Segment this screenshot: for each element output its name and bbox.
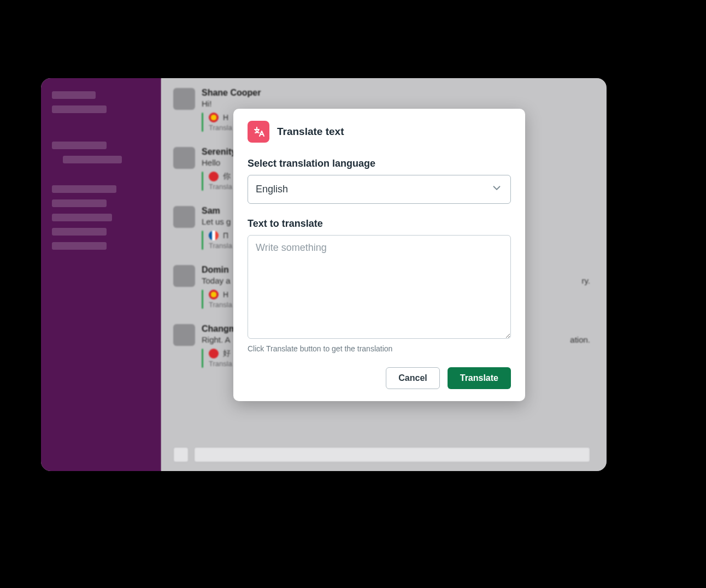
sidebar-placeholder <box>52 199 107 207</box>
language-value: English <box>256 184 288 195</box>
translation-bar <box>202 290 203 309</box>
translation-bar <box>202 349 203 368</box>
translation-subtext: Transla <box>209 124 232 132</box>
sidebar-placeholder <box>52 105 107 113</box>
sidebar-placeholder <box>52 214 112 221</box>
text-to-translate-input[interactable] <box>248 235 511 339</box>
avatar <box>173 324 195 346</box>
translation-subtext: Transla <box>209 301 232 309</box>
sidebar-placeholder <box>52 228 107 236</box>
translation-subtext: Transla <box>209 360 232 368</box>
sidebar-placeholder <box>52 242 107 250</box>
compose-input[interactable] <box>194 447 590 462</box>
translation-text: H <box>223 290 228 299</box>
translation-subtext: Transla <box>209 242 232 250</box>
translation-bar <box>202 113 203 132</box>
translation-text: 好 <box>223 349 231 358</box>
translation-bar <box>202 231 203 250</box>
avatar <box>173 88 195 110</box>
compose-action[interactable] <box>173 447 189 462</box>
translate-button[interactable]: Translate <box>448 367 511 389</box>
language-label: Select translation language <box>248 158 511 169</box>
sidebar-placeholder <box>52 185 116 193</box>
compose-bar[interactable] <box>173 447 590 462</box>
message-text: Hi! <box>202 99 590 108</box>
flag-icon <box>209 172 219 181</box>
flag-icon <box>209 113 219 122</box>
avatar <box>173 265 195 287</box>
language-select[interactable]: English <box>248 175 511 204</box>
hint-text: Click Translate button to get the transl… <box>248 344 511 353</box>
translate-app-icon <box>248 121 269 143</box>
translation-text: 你 <box>223 172 231 181</box>
translation-text: П <box>223 231 228 240</box>
modal-title: Translate text <box>277 126 344 138</box>
cancel-button[interactable]: Cancel <box>386 367 439 389</box>
translate-modal: Translate text Select translation langua… <box>233 109 525 401</box>
sidebar-placeholder <box>52 142 107 149</box>
translation-bar <box>202 172 203 191</box>
message-author: Shane Cooper <box>202 88 590 98</box>
sidebar-placeholder <box>52 91 96 99</box>
flag-icon <box>209 290 219 299</box>
flag-icon <box>209 231 219 240</box>
text-label: Text to translate <box>248 218 511 230</box>
avatar <box>173 147 195 169</box>
sidebar-placeholder <box>63 156 122 163</box>
avatar <box>173 206 195 228</box>
translation-subtext: Transla <box>209 183 232 191</box>
translation-text: H <box>223 113 228 122</box>
chevron-down-icon <box>491 182 503 197</box>
sidebar <box>41 78 161 471</box>
flag-icon <box>209 349 219 358</box>
